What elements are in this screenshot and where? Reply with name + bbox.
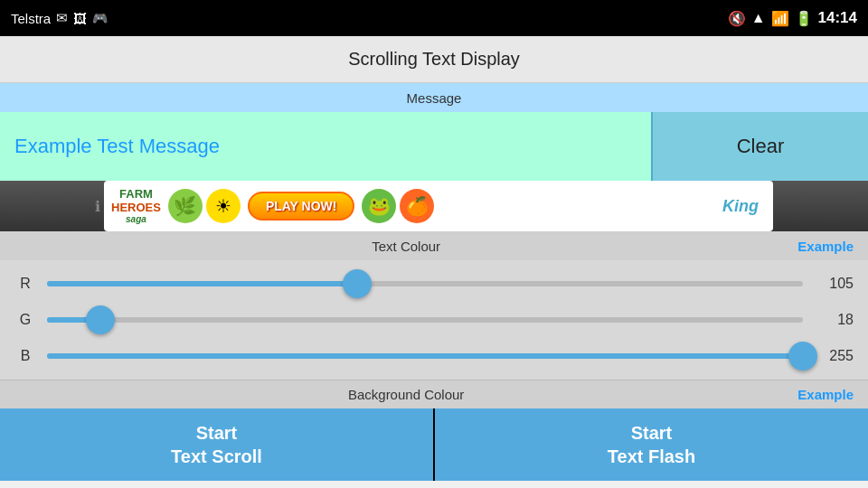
slider-thumb-r[interactable] <box>343 269 372 298</box>
start-text-flash-label: Start <box>631 421 673 445</box>
mute-icon: 🔇 <box>728 10 746 27</box>
battery-icon: 🔋 <box>795 10 813 27</box>
slider-thumb-g[interactable] <box>86 305 115 334</box>
slider-label-b: B <box>14 348 36 364</box>
slider-row-r: R 105 <box>14 266 854 302</box>
bottom-buttons: Start Text Scroll Start Text Flash <box>0 408 868 481</box>
text-colour-label: Text Colour <box>14 239 797 254</box>
ad-circles: 🌿 ☀ <box>168 189 241 223</box>
ad-king-logo: King <box>722 197 766 216</box>
message-label: Message <box>407 90 462 106</box>
image-icon: 🖼 <box>73 11 87 26</box>
page-title: Scrolling Text Display <box>348 49 520 70</box>
bg-colour-label: Background Colour <box>14 387 797 402</box>
game-icon: 🎮 <box>92 11 108 25</box>
slider-fill-r <box>47 281 357 286</box>
slider-value-r: 105 <box>814 276 854 292</box>
start-text-scroll-button[interactable]: Start Text Scroll <box>0 408 433 481</box>
start-text-scroll-label2: Text Scroll <box>171 445 262 468</box>
start-text-flash-button[interactable]: Start Text Flash <box>435 408 868 481</box>
signal-icon: 📶 <box>771 10 789 27</box>
slider-track-b[interactable] <box>47 353 803 359</box>
ad-inner[interactable]: FARM HEROES saga 🌿 ☀ PLAY NOW! 🐸 🍊 King <box>104 181 773 231</box>
clear-button[interactable]: Clear <box>651 112 868 181</box>
slider-track-r[interactable] <box>47 281 803 286</box>
message-label-row: Message <box>0 83 868 112</box>
bg-colour-example: Example <box>797 387 854 402</box>
message-input[interactable] <box>0 112 651 181</box>
ad-char-2: ☀ <box>206 189 241 223</box>
start-text-flash-label2: Text Flash <box>608 445 695 468</box>
slider-label-r: R <box>14 276 36 292</box>
message-input-row: Clear <box>0 112 868 181</box>
ad-char-1: 🌿 <box>168 189 203 223</box>
status-left: Telstra ✉ 🖼 🎮 <box>11 10 108 26</box>
ad-banner: ℹ FARM HEROES saga 🌿 ☀ PLAY NOW! 🐸 🍊 Kin… <box>0 181 868 231</box>
slider-label-g: G <box>14 312 36 328</box>
status-bar: Telstra ✉ 🖼 🎮 🔇 ▲ 📶 🔋 14:14 <box>0 0 868 36</box>
slider-value-b: 255 <box>814 348 854 364</box>
sliders-section: R 105 G 18 B 255 <box>0 260 868 380</box>
ad-char-4: 🍊 <box>400 189 434 223</box>
slider-fill-b <box>47 353 803 359</box>
slider-value-g: 18 <box>814 312 854 328</box>
slider-thumb-b[interactable] <box>788 342 817 371</box>
slider-row-g: G 18 <box>14 302 854 338</box>
carrier-label: Telstra <box>11 11 51 26</box>
info-icon: ℹ <box>95 198 100 215</box>
title-bar: Scrolling Text Display <box>0 36 868 83</box>
clear-button-label: Clear <box>737 135 785 158</box>
background-colour-row: Background Colour Example <box>0 380 868 408</box>
slider-row-b: B 255 <box>14 338 854 374</box>
text-colour-example: Example <box>797 239 854 254</box>
ad-logo: FARM HEROES saga <box>111 188 161 224</box>
text-colour-row: Text Colour Example <box>0 231 868 260</box>
start-text-scroll-label: Start <box>196 421 238 445</box>
slider-track-g[interactable] <box>47 317 803 323</box>
status-right: 🔇 ▲ 📶 🔋 14:14 <box>728 9 857 27</box>
wifi-icon: ▲ <box>751 10 766 26</box>
time-display: 14:14 <box>818 9 857 27</box>
ad-circles-right: 🐸 🍊 <box>362 189 434 223</box>
mail-icon: ✉ <box>56 10 68 26</box>
ad-char-3: 🐸 <box>362 189 396 223</box>
ad-play-button[interactable]: PLAY NOW! <box>248 192 355 221</box>
